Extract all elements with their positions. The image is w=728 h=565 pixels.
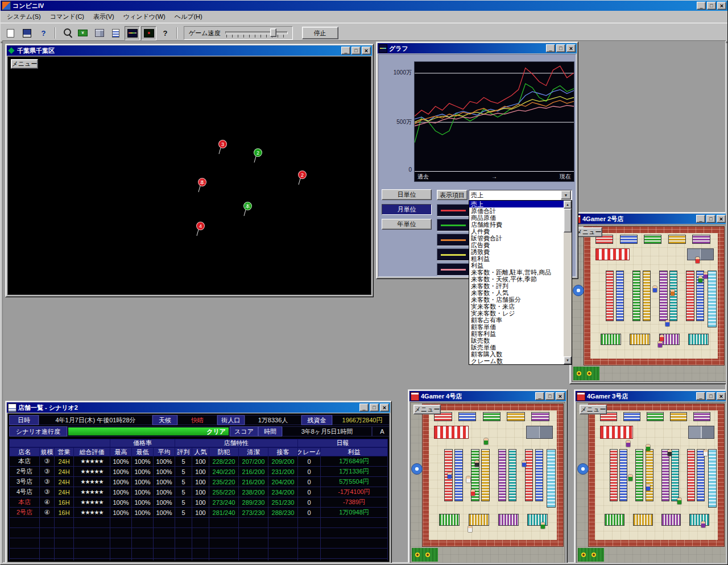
dropdown-scrollbar[interactable]: ▲ ▼ xyxy=(564,201,572,364)
map-marker-2[interactable]: 2 xyxy=(254,148,262,157)
person[interactable] xyxy=(522,460,526,467)
store-interior-view[interactable] xyxy=(410,402,565,563)
menu-item-4[interactable]: ヘルプ(H) xyxy=(171,11,206,22)
map-marker-4[interactable]: 4 xyxy=(196,222,205,230)
store-4-title-bar[interactable]: 4Gamer 4号店 _□× xyxy=(410,391,566,401)
dropdown-item-11[interactable]: 来客数・天候,平休,季節 xyxy=(469,276,564,282)
close-button[interactable]: × xyxy=(717,215,726,223)
person[interactable] xyxy=(704,272,708,279)
graph-window-title-bar[interactable]: グラフ _□× xyxy=(378,43,577,53)
dropdown-item-0[interactable]: 売上 xyxy=(469,201,564,207)
dropdown-item-5[interactable]: 販管費合計 xyxy=(469,235,564,242)
minimize-button[interactable]: _ xyxy=(546,44,555,52)
map-marker-本[interactable]: 本 xyxy=(243,202,252,210)
series-select[interactable]: 売上 ▼ xyxy=(469,190,572,200)
stop-button[interactable]: 停止 xyxy=(302,27,338,39)
person[interactable] xyxy=(628,475,632,481)
maximize-button[interactable]: □ xyxy=(556,44,565,52)
unit-button-2[interactable]: 年単位 xyxy=(382,219,432,230)
map-marker-本[interactable]: 本 xyxy=(198,178,206,186)
help-button[interactable] xyxy=(158,26,173,40)
store-2-title-bar[interactable]: 4Gamer 2号店 _□× xyxy=(571,214,726,224)
map-menu-button[interactable]: メニュー xyxy=(11,59,38,69)
maximize-button[interactable]: □ xyxy=(370,404,379,412)
minimize-button[interactable]: _ xyxy=(696,392,705,400)
dropdown-item-7[interactable]: 誘致費 xyxy=(469,248,564,255)
dropdown-item-6[interactable]: 広告費 xyxy=(469,242,564,248)
scrollbar-thumb[interactable] xyxy=(564,209,572,232)
person[interactable] xyxy=(626,441,630,447)
person[interactable] xyxy=(698,276,702,282)
maximize-button[interactable]: □ xyxy=(706,392,715,400)
menu-item-2[interactable]: 表示(V) xyxy=(89,11,118,22)
dropdown-item-8[interactable]: 粗利益 xyxy=(469,255,564,262)
report-button[interactable] xyxy=(108,26,123,40)
maximize-button[interactable]: □ xyxy=(351,47,361,55)
person[interactable] xyxy=(704,450,708,456)
minimize-button[interactable]: _ xyxy=(359,404,369,412)
store-interior-view[interactable] xyxy=(572,225,726,382)
minimize-button[interactable]: _ xyxy=(341,47,350,55)
dropdown-item-19[interactable]: 顧客利益 xyxy=(469,330,564,337)
dropdown-item-21[interactable]: 販売単価 xyxy=(469,344,564,351)
unit-button-1[interactable]: 月単位 xyxy=(382,204,432,215)
dropdown-item-3[interactable]: 店舗維持費 xyxy=(469,221,564,228)
map-marker-3[interactable]: 3 xyxy=(218,140,227,148)
menu-item-3[interactable]: ウィンドウ(W) xyxy=(119,11,169,22)
dropdown-item-4[interactable]: 人件費 xyxy=(469,228,564,235)
main-title-bar[interactable]: コンビニIV _□× xyxy=(1,1,727,11)
dropdown-item-17[interactable]: 顧客占有率 xyxy=(469,317,564,323)
person[interactable] xyxy=(658,341,662,347)
person[interactable] xyxy=(677,498,681,504)
table-row[interactable]: 本店④16H★★★★★100%100%100%5100273/240289/23… xyxy=(9,497,388,508)
maximize-button[interactable]: □ xyxy=(545,392,555,400)
person[interactable] xyxy=(484,438,488,444)
dropdown-item-22[interactable]: 顧客購入数 xyxy=(469,351,564,358)
table-row[interactable]: 2号店④16H★★★★★100%100%100%5100281/240273/2… xyxy=(9,508,388,518)
slider-thumb[interactable] xyxy=(270,28,276,37)
person[interactable] xyxy=(468,526,472,532)
person[interactable] xyxy=(701,521,705,527)
minimize-button[interactable]: _ xyxy=(696,215,705,223)
store-interior-view[interactable] xyxy=(576,402,726,563)
dropdown-item-12[interactable]: 来客数・評判 xyxy=(469,282,564,289)
save-button[interactable] xyxy=(19,26,35,40)
store-3-title-bar[interactable]: 4Gamer 3号店 _□× xyxy=(576,391,726,401)
minimize-button[interactable]: _ xyxy=(697,2,706,10)
dropdown-item-15[interactable]: 実来客数・来店 xyxy=(469,303,564,310)
person[interactable] xyxy=(668,450,672,456)
dropdown-item-1[interactable]: 原価合計 xyxy=(469,207,564,214)
dropdown-item-2[interactable]: 商品原価 xyxy=(469,214,564,221)
person[interactable] xyxy=(660,335,664,341)
dropdown-item-20[interactable]: 販売数 xyxy=(469,337,564,344)
person[interactable] xyxy=(653,286,657,292)
chevron-down-icon[interactable]: ▼ xyxy=(561,190,571,200)
table-row[interactable]: 本店③24H★★★★★100%100%100%5100228/220207/20… xyxy=(9,456,388,467)
dropdown-item-23[interactable]: クレーム数 xyxy=(469,358,564,364)
map-window-title-bar[interactable]: 千葉県千葉区 _□× xyxy=(7,45,372,56)
store-4-menu-button[interactable]: メニュー xyxy=(413,405,441,414)
person[interactable] xyxy=(475,460,479,467)
city-map-canvas[interactable]: 322本本4 xyxy=(7,56,371,295)
person[interactable] xyxy=(448,472,452,479)
person[interactable] xyxy=(665,320,669,326)
table-row[interactable]: 3号店③24H★★★★★100%100%100%5100235/220216/2… xyxy=(9,477,388,487)
store-2-menu-button[interactable]: メニュー xyxy=(575,227,602,237)
table-row[interactable]: 4号店③24H★★★★★100%100%100%5100255/220238/2… xyxy=(9,487,388,497)
close-button[interactable]: × xyxy=(380,404,389,412)
person[interactable] xyxy=(541,522,545,529)
stores-button[interactable] xyxy=(92,26,107,40)
graph-window-toggle-button[interactable] xyxy=(125,26,140,40)
close-button[interactable]: × xyxy=(362,47,371,55)
zoom-button[interactable] xyxy=(59,26,74,40)
person[interactable] xyxy=(471,489,475,496)
minimize-button[interactable]: _ xyxy=(535,392,544,400)
scroll-down-icon[interactable]: ▼ xyxy=(564,356,572,364)
menu-item-1[interactable]: コマンド(C) xyxy=(46,11,88,22)
person[interactable] xyxy=(671,289,675,296)
close-button[interactable]: × xyxy=(566,44,576,52)
game-speed-slider[interactable] xyxy=(225,28,288,38)
dropdown-item-18[interactable]: 顧客単価 xyxy=(469,323,564,330)
person[interactable] xyxy=(646,444,650,451)
close-button[interactable]: × xyxy=(556,392,565,400)
